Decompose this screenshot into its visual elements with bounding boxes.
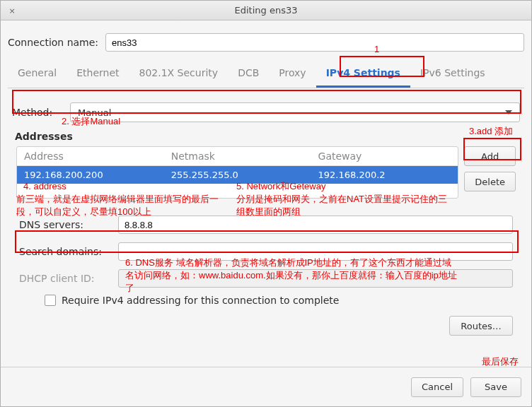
delete-button[interactable]: Delete xyxy=(464,172,516,191)
save-button[interactable]: Save xyxy=(470,377,521,397)
routes-button[interactable]: Routes… xyxy=(449,316,513,336)
dhcp-client-id-input xyxy=(118,269,513,288)
addresses-buttons: Add Delete xyxy=(464,146,516,199)
search-domains-input[interactable] xyxy=(118,242,513,261)
titlebar: × Editing ens33 xyxy=(1,1,531,20)
add-button[interactable]: Add xyxy=(464,146,516,166)
addresses-table: Address Netmask Gateway 192.168.200.200 … xyxy=(16,146,458,199)
window-title: Editing ens33 xyxy=(235,5,298,16)
table-empty-space xyxy=(17,184,458,198)
cell-netmask[interactable]: 255.255.255.0 xyxy=(164,166,311,184)
editor-window: × Editing ens33 Connection name: General… xyxy=(0,0,532,407)
search-domains-label: Search domains: xyxy=(19,246,118,257)
tab-ipv6-settings[interactable]: IPv6 Settings xyxy=(410,61,495,88)
tab-ipv4-settings[interactable]: IPv4 Settings xyxy=(316,61,410,88)
footer: Cancel Save xyxy=(1,367,531,406)
method-value: Manual xyxy=(78,107,111,118)
addresses-heading: Addresses xyxy=(15,131,520,142)
require-ipv4-label: Require IPv4 addressing for this connect… xyxy=(62,295,339,306)
method-select[interactable]: Manual xyxy=(70,102,520,122)
col-gateway[interactable]: Gateway xyxy=(311,147,458,165)
dns-input[interactable] xyxy=(118,216,513,234)
addresses-header-row: Address Netmask Gateway xyxy=(17,147,458,166)
cell-gateway[interactable]: 192.168.200.2 xyxy=(311,166,458,184)
connection-name-label: Connection name: xyxy=(8,37,98,48)
cell-address[interactable]: 192.168.200.200 xyxy=(17,166,164,184)
tab-dcb[interactable]: DCB xyxy=(228,61,269,88)
connection-name-input[interactable] xyxy=(105,33,524,52)
connection-name-row: Connection name: xyxy=(8,33,524,52)
close-icon[interactable]: × xyxy=(6,5,18,16)
table-row[interactable]: 192.168.200.200 255.255.255.0 192.168.20… xyxy=(17,166,458,184)
col-address[interactable]: Address xyxy=(17,147,164,165)
method-label: Method: xyxy=(12,107,63,118)
dns-label: DNS servers: xyxy=(19,219,118,230)
tab-8021x-security[interactable]: 802.1X Security xyxy=(129,61,229,88)
routes-row: Routes… xyxy=(12,316,513,336)
tab-bar: General Ethernet 802.1X Security DCB Pro… xyxy=(8,61,524,88)
tab-proxy[interactable]: Proxy xyxy=(269,61,316,88)
cancel-button[interactable]: Cancel xyxy=(411,377,463,397)
method-row: Method: Manual xyxy=(12,102,520,122)
require-ipv4-row[interactable]: Require IPv4 addressing for this connect… xyxy=(45,295,513,306)
ipv4-section: Method: Manual Addresses Address Netmask… xyxy=(5,88,527,338)
tab-general[interactable]: General xyxy=(8,61,66,88)
content-area: Connection name: General Ethernet 802.1X… xyxy=(1,20,531,343)
require-ipv4-checkbox[interactable] xyxy=(45,295,56,306)
dhcp-client-id-label: DHCP client ID: xyxy=(19,273,118,284)
chevron-down-icon xyxy=(505,110,512,114)
lower-form: DNS servers: Search domains: DHCP client… xyxy=(19,216,513,288)
method-select-wrap: Manual xyxy=(70,102,520,122)
tab-ethernet[interactable]: Ethernet xyxy=(66,61,129,88)
addresses-area: Address Netmask Gateway 192.168.200.200 … xyxy=(12,146,520,199)
col-netmask[interactable]: Netmask xyxy=(164,147,311,165)
